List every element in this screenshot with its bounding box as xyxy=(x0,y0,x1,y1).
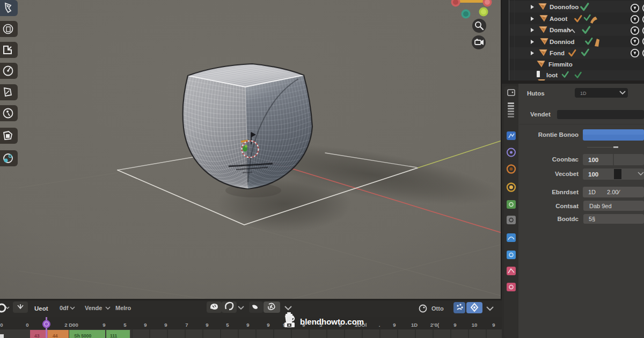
svg-text:5§: 5§ xyxy=(589,216,595,222)
svg-text:Coonbac: Coonbac xyxy=(552,156,579,163)
svg-text:1D: 1D xyxy=(411,322,418,328)
svg-text:5: 5 xyxy=(123,322,127,328)
svg-text:Donniod: Donniod xyxy=(550,39,575,45)
svg-text:Melro: Melro xyxy=(115,305,131,311)
svg-text:2.00⁄: 2.00⁄ xyxy=(607,189,620,195)
svg-text:Ebnrdset: Ebnrdset xyxy=(552,189,579,195)
svg-text:9: 9 xyxy=(246,322,249,328)
svg-text:100: 100 xyxy=(588,157,598,163)
svg-text:2ʼ0(: 2ʼ0( xyxy=(430,322,440,328)
svg-text:Bootdc: Bootdc xyxy=(557,216,579,222)
svg-text:111: 111 xyxy=(110,333,118,338)
svg-text:Vendet: Vendet xyxy=(530,111,551,117)
svg-text:0: 0 xyxy=(0,322,3,328)
svg-text:loot: loot xyxy=(546,72,558,78)
svg-text:Doman: Doman xyxy=(550,27,570,33)
svg-text:Aooot: Aooot xyxy=(550,16,567,22)
svg-text:Vende: Vende xyxy=(85,305,102,311)
svg-text:Dab 9ed: Dab 9ed xyxy=(589,203,612,209)
svg-text:Rontie Bonoo: Rontie Bonoo xyxy=(538,131,579,138)
svg-text:Contsat: Contsat xyxy=(555,203,579,209)
svg-text:0df: 0df xyxy=(60,305,69,311)
svg-text:44: 44 xyxy=(53,333,58,338)
svg-text:43: 43 xyxy=(34,333,40,338)
svg-text:9: 9 xyxy=(103,322,105,328)
svg-text:9: 9 xyxy=(206,322,208,328)
svg-text:9: 9 xyxy=(393,322,396,328)
svg-text:Hutos: Hutos xyxy=(527,90,545,97)
svg-text:9: 9 xyxy=(164,322,167,328)
svg-text:9: 9 xyxy=(492,322,495,328)
svg-text:Vecobet: Vecobet xyxy=(555,171,579,177)
svg-text:Ueot: Ueot xyxy=(34,305,48,312)
svg-text:Fimmito: Fimmito xyxy=(548,61,573,68)
svg-text:Fond: Fond xyxy=(550,50,565,56)
svg-text:9: 9 xyxy=(267,322,269,328)
svg-text:9: 9 xyxy=(144,322,147,328)
svg-text:9: 9 xyxy=(453,322,456,328)
svg-text:blendhowto.com: blendhowto.com xyxy=(300,317,364,326)
svg-text:10: 10 xyxy=(472,322,478,328)
svg-text:100: 100 xyxy=(588,171,598,178)
svg-text:Otto: Otto xyxy=(431,305,444,312)
svg-text:1D: 1D xyxy=(588,189,596,195)
svg-text:0: 0 xyxy=(26,322,28,328)
svg-text:Sh 5000: Sh 5000 xyxy=(74,333,91,338)
svg-text:7: 7 xyxy=(185,322,188,328)
svg-text:5: 5 xyxy=(226,322,229,328)
svg-text:.: . xyxy=(379,322,380,328)
svg-text:1D: 1D xyxy=(580,91,587,96)
svg-text:2 D00: 2 D00 xyxy=(64,322,78,328)
svg-text:Doonofoo: Doonofoo xyxy=(550,4,579,10)
